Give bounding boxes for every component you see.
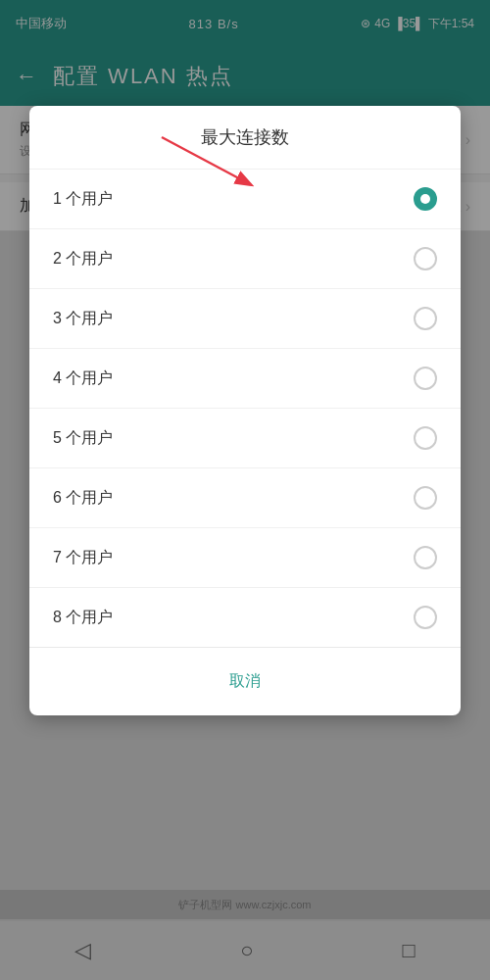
- option-label: 4 个用户: [53, 368, 113, 389]
- option-item[interactable]: 2 个用户: [29, 229, 461, 289]
- option-label: 6 个用户: [53, 488, 113, 509]
- radio-circle: [414, 307, 437, 330]
- dialog-footer: 取消: [29, 647, 461, 715]
- svg-line-1: [162, 137, 250, 184]
- option-item[interactable]: 8 个用户: [29, 588, 461, 647]
- option-item[interactable]: 5 个用户: [29, 409, 461, 468]
- dialog-overlay: 最大连接数 1 个用户2 个用户3 个用户4 个用户5 个用户6 个用户7 个用…: [0, 0, 490, 980]
- option-item[interactable]: 4 个用户: [29, 349, 461, 409]
- option-item[interactable]: 7 个用户: [29, 528, 461, 588]
- options-list: 1 个用户2 个用户3 个用户4 个用户5 个用户6 个用户7 个用户8 个用户: [29, 170, 461, 647]
- option-label: 5 个用户: [53, 428, 113, 449]
- option-label: 7 个用户: [53, 548, 113, 568]
- option-label: 1 个用户: [53, 189, 113, 210]
- cancel-button[interactable]: 取消: [190, 663, 300, 700]
- option-label: 3 个用户: [53, 309, 113, 329]
- max-connections-dialog: 最大连接数 1 个用户2 个用户3 个用户4 个用户5 个用户6 个用户7 个用…: [29, 106, 461, 715]
- option-item[interactable]: 6 个用户: [29, 468, 461, 528]
- radio-circle: [414, 486, 437, 510]
- option-item[interactable]: 3 个用户: [29, 289, 461, 349]
- radio-circle: [414, 187, 437, 211]
- radio-circle: [414, 247, 437, 270]
- radio-circle: [414, 367, 437, 390]
- arrow-annotation: [152, 127, 279, 196]
- radio-circle: [414, 426, 437, 450]
- radio-circle: [414, 606, 437, 629]
- radio-circle: [414, 546, 437, 569]
- option-label: 2 个用户: [53, 249, 113, 270]
- option-label: 8 个用户: [53, 608, 113, 628]
